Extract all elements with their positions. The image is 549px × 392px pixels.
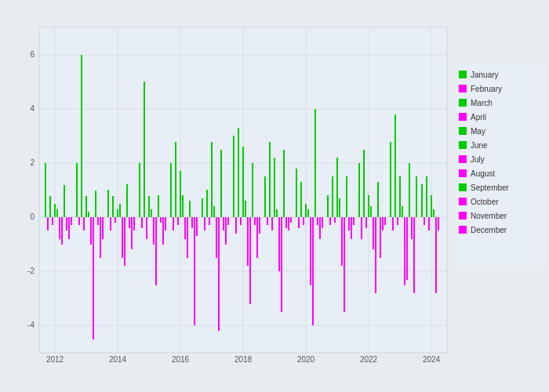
svg-rect-86	[194, 217, 195, 325]
svg-rect-123	[290, 217, 292, 223]
svg-text:2016: 2016	[172, 355, 190, 364]
svg-text:-2: -2	[27, 267, 35, 275]
svg-rect-108	[252, 163, 253, 217]
svg-rect-56	[117, 209, 118, 217]
svg-rect-134	[319, 217, 321, 239]
svg-text:0: 0	[30, 212, 35, 221]
svg-rect-163	[397, 217, 398, 225]
svg-rect-107	[249, 217, 251, 304]
svg-text:2022: 2022	[360, 355, 378, 364]
svg-text:2012: 2012	[46, 355, 64, 364]
svg-rect-169	[411, 217, 413, 239]
svg-rect-122	[288, 217, 289, 230]
svg-rect-140	[336, 158, 338, 217]
svg-rect-196	[459, 169, 467, 177]
svg-rect-144	[346, 176, 347, 217]
svg-text:2018: 2018	[235, 355, 253, 364]
svg-rect-82	[184, 217, 186, 239]
svg-rect-138	[332, 176, 333, 217]
svg-rect-87	[196, 217, 198, 236]
svg-rect-145	[348, 217, 350, 230]
svg-rect-120	[283, 150, 285, 217]
svg-text:February: February	[471, 85, 502, 93]
svg-rect-30	[49, 196, 51, 217]
svg-rect-31	[52, 217, 53, 225]
svg-rect-194	[459, 155, 467, 163]
svg-rect-66	[144, 82, 145, 217]
svg-rect-156	[377, 182, 379, 217]
svg-rect-34	[59, 217, 60, 239]
svg-rect-84	[189, 201, 191, 217]
svg-rect-131	[312, 217, 314, 325]
svg-rect-198	[459, 183, 467, 191]
svg-rect-68	[148, 196, 150, 217]
svg-rect-158	[382, 217, 384, 230]
svg-rect-136	[327, 195, 329, 217]
svg-rect-93	[213, 206, 215, 217]
svg-rect-45	[88, 212, 89, 217]
svg-rect-143	[344, 217, 345, 312]
svg-rect-98	[225, 217, 227, 245]
svg-rect-64	[139, 163, 140, 217]
svg-rect-184	[459, 85, 467, 93]
svg-rect-125	[298, 217, 300, 228]
svg-rect-135	[322, 217, 323, 228]
svg-text:September: September	[471, 183, 510, 192]
svg-rect-172	[421, 184, 423, 217]
svg-rect-75	[165, 217, 166, 230]
svg-rect-141	[339, 198, 340, 217]
svg-rect-36	[64, 185, 65, 217]
svg-rect-44	[85, 196, 87, 217]
svg-text:April: April	[471, 113, 486, 122]
svg-text:-4: -4	[27, 321, 35, 329]
svg-rect-50	[100, 217, 101, 258]
svg-rect-142	[341, 217, 343, 266]
svg-rect-97	[223, 217, 224, 230]
svg-rect-100	[233, 136, 235, 217]
svg-rect-168	[409, 163, 410, 217]
svg-rect-167	[406, 217, 408, 280]
svg-rect-55	[115, 217, 116, 223]
svg-text:December: December	[471, 226, 507, 234]
svg-rect-126	[300, 182, 302, 217]
svg-rect-85	[191, 217, 193, 228]
svg-text:March: March	[471, 99, 493, 107]
svg-rect-78	[175, 142, 176, 217]
svg-text:6: 6	[30, 50, 35, 59]
svg-rect-46	[90, 217, 92, 245]
svg-rect-170	[413, 217, 415, 293]
svg-rect-109	[254, 217, 256, 225]
svg-rect-48	[95, 191, 96, 217]
svg-rect-38	[68, 217, 70, 239]
svg-rect-129	[307, 209, 309, 217]
svg-rect-73	[160, 217, 162, 223]
svg-text:2: 2	[30, 158, 35, 167]
svg-rect-121	[285, 217, 287, 228]
svg-rect-164	[399, 176, 401, 217]
svg-rect-96	[220, 150, 222, 217]
svg-rect-177	[433, 209, 434, 217]
svg-rect-152	[368, 195, 369, 217]
svg-rect-89	[204, 217, 205, 230]
svg-rect-173	[424, 217, 425, 225]
svg-rect-124	[296, 169, 297, 217]
svg-rect-80	[180, 171, 181, 217]
svg-rect-146	[351, 217, 352, 239]
svg-rect-190	[459, 127, 467, 135]
svg-rect-161	[392, 217, 394, 230]
svg-rect-149	[361, 217, 362, 239]
svg-rect-148	[358, 163, 360, 217]
svg-rect-188	[459, 113, 467, 121]
svg-rect-162	[394, 114, 396, 217]
svg-rect-127	[303, 217, 304, 225]
svg-rect-153	[370, 206, 372, 217]
svg-rect-52	[107, 190, 109, 217]
svg-rect-175	[428, 217, 430, 230]
svg-text:2024: 2024	[423, 355, 441, 364]
svg-rect-91	[209, 217, 210, 225]
svg-rect-79	[177, 217, 179, 225]
svg-text:2014: 2014	[109, 355, 127, 364]
svg-text:2020: 2020	[297, 355, 315, 364]
svg-rect-88	[202, 198, 203, 217]
svg-rect-51	[102, 217, 104, 239]
